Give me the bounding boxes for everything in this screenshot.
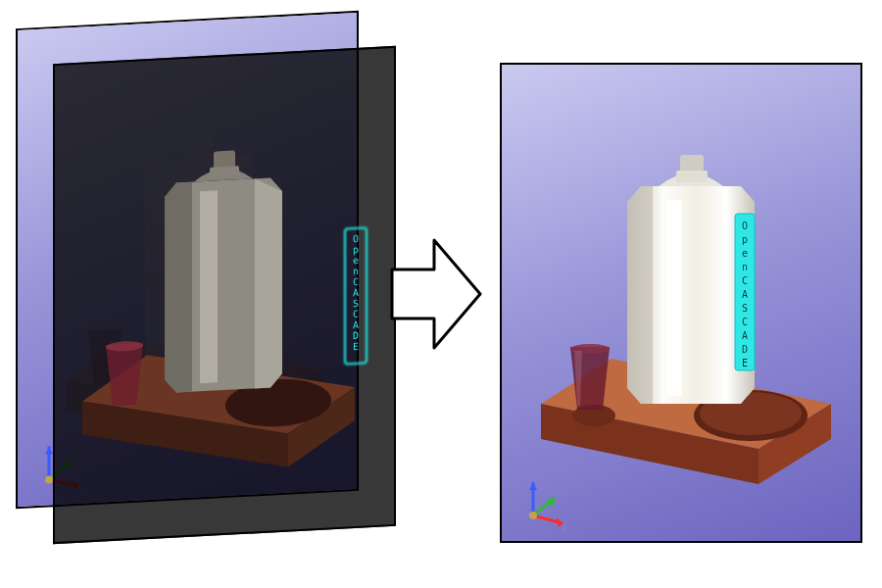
svg-text:p: p: [742, 234, 748, 245]
svg-marker-11: [45, 446, 53, 454]
svg-text:C: C: [742, 275, 748, 286]
svg-text:e: e: [353, 255, 359, 266]
right-viewport: Op en CA SC AD E: [502, 65, 860, 541]
svg-text:x: x: [563, 523, 567, 533]
svg-text:O: O: [353, 233, 359, 244]
diagram-stage: x y z: [0, 0, 882, 588]
svg-text:A: A: [742, 330, 748, 341]
svg-rect-21: [210, 166, 239, 177]
right-result-panel: Op en CA SC AD E: [500, 63, 862, 543]
svg-rect-43: [666, 200, 682, 396]
svg-text:C: C: [353, 276, 359, 287]
svg-text:O: O: [742, 220, 748, 231]
svg-text:z: z: [537, 474, 542, 484]
svg-text:C: C: [353, 309, 359, 319]
svg-point-12: [45, 475, 53, 483]
svg-text:n: n: [742, 262, 748, 272]
svg-rect-45: [676, 171, 708, 182]
svg-text:p: p: [353, 244, 359, 255]
svg-text:D: D: [742, 344, 748, 355]
svg-text:E: E: [742, 358, 748, 368]
svg-text:n: n: [353, 266, 359, 276]
svg-text:S: S: [742, 303, 748, 314]
axis-triad-right: x y z: [514, 472, 572, 531]
svg-rect-19: [200, 190, 218, 383]
svg-text:D: D: [353, 330, 359, 341]
svg-text:A: A: [353, 287, 359, 298]
transition-arrow-icon: [387, 225, 485, 363]
svg-marker-63: [529, 482, 537, 490]
svg-point-64: [529, 512, 537, 519]
svg-text:A: A: [742, 289, 748, 300]
svg-text:e: e: [742, 248, 748, 259]
left-front-layer: Op en CA SC AD E: [53, 46, 396, 544]
neon-label: Op en CA SC AD E: [345, 227, 367, 364]
svg-text:S: S: [353, 298, 359, 309]
svg-text:C: C: [742, 317, 748, 327]
svg-text:A: A: [353, 319, 359, 330]
svg-text:E: E: [353, 341, 359, 352]
dark-layer-scene: Op en CA SC AD E: [55, 48, 398, 546]
svg-text:y: y: [558, 486, 563, 496]
svg-rect-44: [680, 155, 704, 172]
